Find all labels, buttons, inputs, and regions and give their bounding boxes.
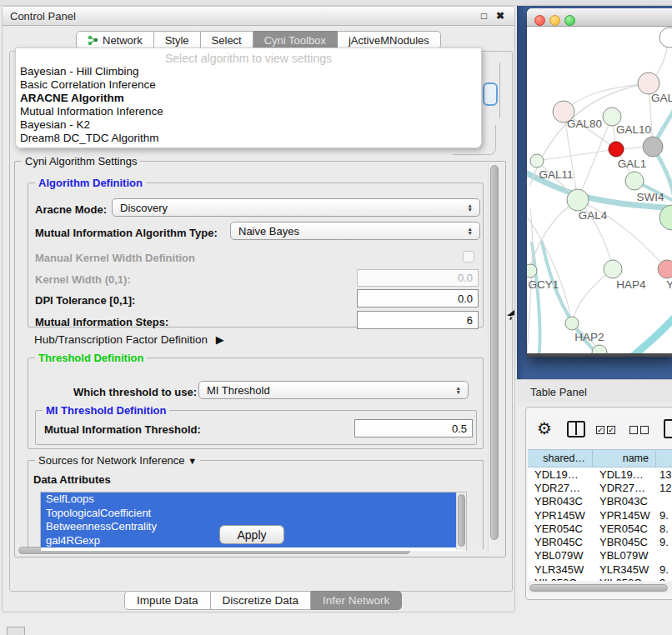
table-row[interactable]: YBL079WYBL079W (528, 549, 672, 562)
node-label: HAP2 (574, 331, 604, 343)
combo-spinner-icon: ▲▼ (468, 203, 473, 212)
table-cell: YDL19… (593, 468, 656, 481)
bottom-tab-infer-network[interactable]: Infer Network (311, 591, 402, 610)
table-horizontal-scrollbar[interactable] (528, 582, 672, 593)
table-cell: 9. (656, 562, 672, 576)
column-layout-icon[interactable] (567, 421, 585, 438)
algorithm-option[interactable]: Dream8 DC_TDC Algorithm (16, 132, 481, 145)
table-row[interactable]: YER054CYER054C8. (528, 522, 672, 535)
table-cell: YDR27… (528, 481, 593, 494)
table-horizontal-scrollbar-thumb[interactable] (529, 584, 668, 592)
bottom-tab-discretize-data[interactable]: Discretize Data (211, 591, 312, 610)
tab-jactivemnodules[interactable]: jActiveMNodules (338, 31, 441, 49)
tab-label: Style (165, 34, 189, 47)
kernel-width-input[interactable]: 0.0 (357, 269, 479, 287)
kernel-width-label: Kernel Width (0,1): (35, 273, 131, 286)
attributes-list-scrollbar[interactable] (456, 492, 466, 550)
mi-steps-label: Mutual Information Steps: (35, 316, 168, 328)
table-cell (656, 549, 672, 562)
network-node[interactable] (567, 189, 589, 211)
node-label: SWI4 (636, 191, 664, 203)
table-row[interactable]: YIL052CYIL052C9. (528, 576, 672, 581)
sources-group-title[interactable]: Sources for Network Inference ▼ (35, 454, 200, 467)
table-row[interactable]: YPR145WYPR145W9. (528, 508, 672, 522)
dpi-tolerance-input[interactable]: 0.0 (357, 289, 479, 308)
kernel-width-value: 0.0 (458, 272, 473, 284)
mi-threshold-label: Mutual Information Threshold: (44, 423, 201, 436)
document-icon[interactable] (664, 419, 672, 438)
algorithm-option[interactable]: Bayesian - K2 (16, 118, 481, 132)
table-cell: 8. (656, 522, 672, 535)
table-row[interactable]: YBR043CYBR043C (528, 495, 672, 508)
node-label: GCY1 (529, 278, 559, 291)
dpi-tolerance-value: 0.0 (458, 292, 473, 305)
settings-vertical-scrollbar[interactable] (488, 162, 501, 554)
tab-label: Cyni Toolbox (264, 34, 326, 47)
mi-algorithm-type-combo[interactable]: Naive Bayes ▲▼ (230, 222, 480, 240)
table-cell: YDR27… (593, 481, 656, 494)
table-header-row: shared…name (528, 449, 672, 468)
algorithm-dropdown-prompt: Select algorithm to view settings (16, 48, 481, 65)
table-row[interactable]: YDL19…YDL19…13 (528, 468, 672, 481)
attributes-list-scrollbar-thumb[interactable] (458, 494, 465, 547)
algorithm-option[interactable]: Mutual Information Inference (16, 105, 481, 118)
aracne-mode-combo[interactable]: Discovery ▲▼ (112, 198, 480, 217)
table-row[interactable]: YBR045CYBR045C9. (528, 535, 672, 548)
network-node[interactable] (658, 260, 672, 278)
table-row[interactable]: YLR345WYLR345W9. (528, 562, 672, 576)
mi-steps-input[interactable]: 6 (357, 311, 479, 329)
network-node-labels: GALGAL80GAL10GAL11GAL1SWI4GAL4GCY1HAP4YH… (529, 92, 672, 343)
select-all-checkboxes-icon[interactable]: ✓ ✓ (596, 426, 615, 434)
settings-vertical-scrollbar-thumb[interactable] (490, 165, 499, 540)
control-panel-tabs: NetworkStyleSelectCyni ToolboxjActiveMNo… (76, 31, 441, 49)
table-cell: YBL079W (593, 549, 656, 562)
network-node[interactable] (530, 154, 544, 168)
attribute-item[interactable]: SelfLoops (41, 492, 466, 507)
manual-kernel-width-checkbox[interactable] (463, 251, 474, 262)
attribute-item[interactable]: TopologicalCoefficient (41, 507, 466, 521)
network-node[interactable] (604, 260, 622, 278)
deselect-all-checkboxes-icon[interactable] (629, 426, 649, 434)
data-attributes-label: Data Attributes (33, 473, 111, 486)
mi-threshold-input[interactable]: 0.5 (354, 419, 473, 438)
hub-definition-toggle[interactable]: Hub/Transcription Factor Definition ▶ (34, 333, 224, 346)
table-cell: YER054C (593, 522, 656, 535)
collapsed-panel-icon[interactable] (7, 627, 25, 635)
bottom-tab-impute-data[interactable]: Impute Data (124, 591, 211, 610)
algorithm-option[interactable]: Bayesian - Hill Climbing (16, 65, 481, 78)
control-panel-titlebar: Control Panel □ ✖ (3, 7, 514, 26)
algorithm-option[interactable]: ARACNE Algorithm (16, 92, 481, 105)
tab-cyni-toolbox[interactable]: Cyni Toolbox (253, 31, 338, 49)
network-node[interactable] (625, 172, 644, 190)
table-cell (656, 495, 672, 508)
cyni-bottom-tabs: Impute DataDiscretize DataInfer Network (124, 591, 402, 610)
settings-gear-icon[interactable]: ⚙ (537, 418, 552, 438)
which-threshold-combo[interactable]: MI Threshold ▲▼ (198, 381, 469, 399)
table-row[interactable]: YDR27…YDR27…12 (528, 481, 672, 494)
network-node[interactable] (659, 28, 672, 48)
close-red-icon[interactable] (534, 15, 545, 26)
network-node[interactable] (592, 345, 607, 353)
table-cell: YIL052C (528, 576, 593, 581)
tab-style[interactable]: Style (154, 31, 201, 49)
minimize-yellow-icon[interactable] (549, 15, 560, 26)
zoom-green-icon[interactable] (564, 15, 575, 26)
tab-select[interactable]: Select (201, 31, 253, 49)
column-header[interactable]: shared… (528, 450, 593, 467)
close-panel-icon[interactable]: ✖ (496, 10, 504, 22)
network-view-window: GALGAL80GAL10GAL11GAL1SWI4GAL4GCY1HAP4YH… (527, 8, 672, 357)
mi-threshold-definition-group: MI Threshold Definition Mutual Informati… (35, 410, 477, 445)
network-node[interactable] (609, 142, 624, 157)
algorithm-option[interactable]: Basic Correlation Inference (16, 78, 481, 92)
column-header[interactable]: name (593, 450, 656, 467)
table-cell: 9. (656, 508, 672, 522)
network-canvas[interactable]: GALGAL80GAL10GAL11GAL1SWI4GAL4GCY1HAP4YH… (527, 27, 672, 353)
tab-network[interactable]: Network (76, 31, 154, 49)
network-node[interactable] (643, 137, 663, 157)
column-header[interactable] (656, 450, 672, 467)
table-rows: YDL19…YDL19…13YDR27…YDR27…12YBR043CYBR04… (528, 468, 672, 581)
network-node[interactable] (565, 317, 579, 330)
apply-button[interactable]: Apply (219, 525, 284, 544)
float-panel-icon[interactable]: □ (481, 10, 487, 22)
network-node[interactable] (527, 264, 537, 278)
